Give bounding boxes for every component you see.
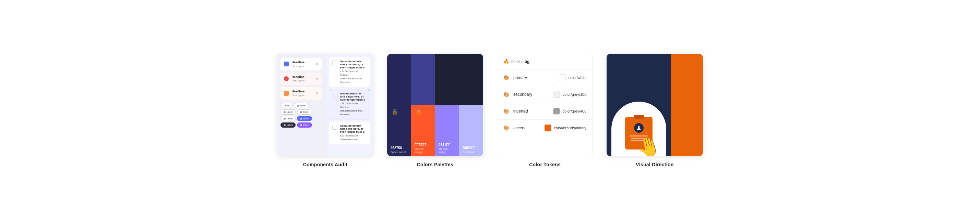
comp-right-icon-2 <box>332 93 337 98</box>
comp-item-title-1: Headline <box>291 60 313 65</box>
components-card: Headline Description ✕ Headline Descript… <box>277 54 373 156</box>
token-name-primary: primary <box>513 75 555 80</box>
color-name-4: Periwinkle <box>463 150 480 154</box>
lock-icon-2: 🔒 <box>415 109 422 115</box>
label-1b[interactable]: label <box>294 103 309 108</box>
comp-item-title-2: Headline <box>291 75 313 79</box>
tokens-header-path: color / <box>511 59 523 64</box>
comp-right-item-2: Gebaudetechnik and a two here, or even l… <box>329 89 370 119</box>
clipboard-clip <box>634 115 644 119</box>
color-hex-1: 252758 <box>391 146 408 150</box>
close-icon-1[interactable]: ✕ <box>315 62 318 66</box>
colors-card: 🔒 252758 Space cadet 🔒 FF5727 Electric o… <box>387 54 483 156</box>
label-dot <box>283 124 286 126</box>
tokens-header: 🔥 color / bg <box>497 54 592 69</box>
comp-right-title-2: Gebaudetechnik and a two here, or even l… <box>340 92 366 101</box>
comp-right-title-3: Gebaudetechnik and a two here, or even l… <box>340 124 367 133</box>
comp-item-1: Headline Description ✕ <box>280 58 321 71</box>
color-name-1: Space cadet <box>391 150 408 154</box>
color-wheel-icon-1: 🎨 <box>503 75 509 81</box>
swatch-primary <box>559 74 566 81</box>
lock-icon-1: 🔒 <box>391 109 398 115</box>
comp-right-icon-3 <box>332 125 337 129</box>
token-label-secondary: color/grey/100 <box>563 92 587 96</box>
token-name-inverted: inverted <box>513 109 549 114</box>
comp-item-text-3: Headline Description <box>291 90 313 97</box>
comp-item-desc-3: Description <box>291 94 313 97</box>
colors-palettes-item: 🔒 252758 Space cadet 🔒 FF5727 Electric o… <box>387 54 483 167</box>
token-name-accent: accent <box>513 126 540 130</box>
comp-item-icon-blue <box>284 62 289 66</box>
comp-right-icon-1 <box>332 60 337 65</box>
color-block-3 <box>435 54 483 105</box>
close-icon-2[interactable]: ✕ <box>315 77 318 81</box>
swatch-secondary <box>553 91 560 98</box>
label-1d[interactable]: label <box>297 109 312 115</box>
color-block-2 <box>411 54 435 105</box>
components-audit-label: Components Audit <box>303 162 348 167</box>
comp-item-desc-2: Description <box>291 79 313 82</box>
label-2c[interactable]: label <box>280 123 296 128</box>
comp-right-item-3: Gebaudetechnik and a two here, or even l… <box>329 122 370 144</box>
color-block-6: 9381FF Tropical Indigo <box>435 105 459 156</box>
comp-right-panel: Gebaudetechnik and a two here, or even l… <box>325 54 374 156</box>
label-dot <box>300 118 302 120</box>
visual-card: 🤚 <box>606 54 703 156</box>
tokens-row-inverted: 🎨 inverted color/grey/400 <box>497 103 592 120</box>
label-2b[interactable]: label <box>297 116 312 121</box>
components-audit-item: Headline Description ✕ Headline Descript… <box>277 54 373 167</box>
svg-point-0 <box>638 126 640 128</box>
tokens-row-secondary: 🎨 secondary color/grey/100 <box>497 86 592 103</box>
comp-labels-row2: label label label label <box>280 116 321 128</box>
token-value-secondary: color/grey/100 <box>553 91 587 98</box>
label-dot <box>297 105 299 107</box>
tokens-row-primary: 🎨 primary color/white <box>497 69 592 86</box>
comp-item-icon-red <box>284 76 289 81</box>
tokens-row-accent: 🎨 accent color/brand/primary <box>497 120 592 136</box>
color-tokens-label: Color Tokens <box>529 162 561 167</box>
comp-left-panel: Headline Description ✕ Headline Descript… <box>277 54 325 156</box>
color-tokens-item: 🔥 color / bg 🎨 primary color/white 🎨 sec… <box>497 54 593 167</box>
color-block-7: B8B8FF Periwinkle <box>459 105 483 156</box>
label-dot <box>300 124 302 126</box>
comp-right-text-3: Gebaudetechnik and a two here, or even l… <box>340 124 367 141</box>
label-2d[interactable]: label <box>297 123 312 128</box>
label-dot <box>283 111 286 113</box>
label-1c[interactable]: label <box>280 109 296 115</box>
comp-right-item-1: Gebaudetechnik and a two here, or even l… <box>329 57 370 87</box>
close-icon-3[interactable]: ✕ <box>315 92 318 95</box>
comp-item-text-2: Headline Description <box>291 75 313 82</box>
color-block-4: 🔒 252758 Space cadet <box>387 105 411 156</box>
comp-item-title-3: Headline <box>291 90 313 94</box>
color-name-2: Electric orange <box>415 147 432 154</box>
tokens-header-current: bg <box>525 59 530 64</box>
color-block-1 <box>387 54 411 105</box>
visual-left-panel: 🤚 <box>606 54 671 156</box>
swatch-inverted <box>553 108 560 115</box>
label-2a[interactable]: label <box>280 116 296 121</box>
comp-right-desc-1: z.B. Technische Gebäu-deausteitstechnike… <box>340 70 367 84</box>
visual-direction-item: 🤚 Visual Direction <box>606 54 703 167</box>
comp-right-desc-3: z.B. Technische Gebäu-deaustei... <box>340 134 367 141</box>
tokens-card: 🔥 color / bg 🎨 primary color/white 🎨 sec… <box>497 54 593 156</box>
color-block-5: 🔒 FF5727 Electric orange <box>411 105 435 156</box>
swatch-accent <box>544 125 551 131</box>
comp-item-icon-orange <box>284 91 289 96</box>
label-dot <box>300 111 302 113</box>
colors-grid: 🔒 252758 Space cadet 🔒 FF5727 Electric o… <box>387 54 483 156</box>
color-name-3: Tropical Indigo <box>439 147 456 154</box>
visual-right-panel <box>671 54 703 156</box>
color-hex-2: FF5727 <box>415 143 432 147</box>
clipboard-photo <box>634 123 644 133</box>
label-1a[interactable]: label <box>280 103 293 108</box>
label-dot <box>283 118 286 120</box>
comp-item-3: Headline Description ✕ <box>280 87 321 99</box>
comp-right-text-2: Gebaudetechnik and a two here, or even l… <box>340 92 366 116</box>
person-icon <box>636 125 641 131</box>
color-wheel-icon-2: 🎨 <box>503 92 509 97</box>
token-value-inverted: color/grey/400 <box>553 108 587 115</box>
gallery: Headline Description ✕ Headline Descript… <box>277 54 703 167</box>
color-wheel-icon-3: 🎨 <box>503 109 509 114</box>
token-value-primary: color/white <box>559 74 587 81</box>
comp-right-desc-2: z.B. Technische Gebäu-deausteitstechnike… <box>340 102 366 116</box>
